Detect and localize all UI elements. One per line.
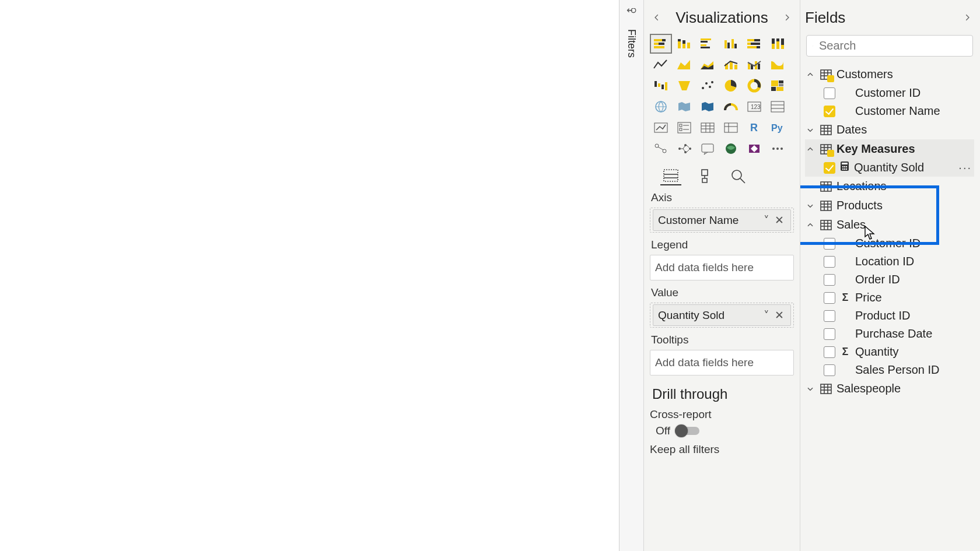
viz-map-icon[interactable] xyxy=(650,97,672,117)
field-sales-salesperson-id[interactable]: Sales Person ID xyxy=(805,361,974,379)
viz-powerapps-icon[interactable] xyxy=(743,139,765,159)
viz-kpi-icon[interactable] xyxy=(650,118,672,138)
table-salespeople[interactable]: Salespeople xyxy=(805,379,974,398)
table-dates[interactable]: Dates xyxy=(805,120,974,139)
viz-stacked-column-icon[interactable] xyxy=(673,34,695,54)
field-more-icon[interactable]: ··· xyxy=(958,161,972,174)
checkbox[interactable] xyxy=(824,238,835,250)
viz-funnel-icon[interactable] xyxy=(673,76,695,96)
chevron-down-icon[interactable] xyxy=(805,126,816,134)
viz-card-icon[interactable]: 123 xyxy=(743,97,765,117)
table-products[interactable]: Products xyxy=(805,196,974,215)
viz-ribbon-icon[interactable] xyxy=(766,55,789,75)
table-locations[interactable]: Locations xyxy=(805,177,974,196)
viz-filled-map-icon[interactable] xyxy=(673,97,695,117)
viz-r-icon[interactable]: R xyxy=(743,118,765,138)
viz-area-icon[interactable] xyxy=(673,55,695,75)
checkbox[interactable] xyxy=(824,292,835,304)
tooltips-well[interactable]: Add data fields here xyxy=(650,350,794,375)
field-sales-purchase-date[interactable]: Purchase Date xyxy=(805,325,974,343)
checkbox[interactable] xyxy=(824,310,835,322)
field-sales-price[interactable]: ΣPrice xyxy=(805,289,974,307)
viz-treemap-icon[interactable] xyxy=(766,76,789,96)
viz-shape-map-icon[interactable] xyxy=(696,97,719,117)
field-customer-name[interactable]: Customer Name xyxy=(805,102,974,120)
analytics-tab-icon[interactable] xyxy=(728,167,749,185)
viz-table-icon[interactable] xyxy=(696,118,719,138)
field-sales-product-id[interactable]: Product ID xyxy=(805,307,974,325)
viz-waterfall-icon[interactable] xyxy=(650,76,672,96)
viz-multirow-card-icon[interactable] xyxy=(766,97,789,117)
field-sales-customer-id[interactable]: Customer ID xyxy=(805,234,974,252)
checkbox[interactable] xyxy=(824,364,835,376)
viz-python-icon[interactable]: Py xyxy=(766,118,789,138)
value-dropdown-icon[interactable]: ˅ xyxy=(760,308,773,322)
viz-decomposition-icon[interactable] xyxy=(673,139,695,159)
viz-more-icon[interactable] xyxy=(766,139,789,159)
chevron-up-icon[interactable] xyxy=(805,221,816,229)
field-customer-id[interactable]: Customer ID xyxy=(805,84,974,102)
filters-rail[interactable]: Filters xyxy=(620,0,644,551)
field-sales-order-id[interactable]: Order ID xyxy=(805,271,974,289)
fields-collapse-icon[interactable] xyxy=(960,10,974,24)
table-icon xyxy=(820,144,832,155)
cross-report-toggle[interactable] xyxy=(676,427,699,435)
visualization-gallery[interactable]: 123 R Py xyxy=(650,34,794,159)
viz-collapse-left-icon[interactable] xyxy=(650,10,664,24)
viz-collapse-right-icon[interactable] xyxy=(780,10,794,24)
chevron-down-icon[interactable] xyxy=(805,183,816,191)
viz-line-clustered-column-icon[interactable] xyxy=(743,55,765,75)
viz-line-icon[interactable] xyxy=(650,55,672,75)
value-remove-icon[interactable]: ✕ xyxy=(773,308,786,322)
field-sales-location-id[interactable]: Location ID xyxy=(805,252,974,271)
viz-stacked-bar-icon[interactable] xyxy=(650,34,672,54)
table-sales[interactable]: Sales xyxy=(805,215,974,234)
table-icon xyxy=(820,384,832,394)
viz-clustered-bar-icon[interactable] xyxy=(696,34,719,54)
axis-well[interactable]: Customer Name ˅ ✕ xyxy=(650,208,794,233)
viz-key-influencers-icon[interactable] xyxy=(650,139,672,159)
chevron-down-icon[interactable] xyxy=(805,202,816,210)
viz-100-stacked-column-icon[interactable] xyxy=(766,34,789,54)
chevron-up-icon[interactable] xyxy=(805,145,816,153)
axis-dropdown-icon[interactable]: ˅ xyxy=(760,213,773,227)
chevron-up-icon[interactable] xyxy=(805,71,816,79)
svg-rect-3 xyxy=(659,43,664,45)
viz-slicer-icon[interactable] xyxy=(673,118,695,138)
checkbox[interactable] xyxy=(824,328,835,340)
chevron-down-icon[interactable] xyxy=(805,385,816,393)
search-input[interactable] xyxy=(819,39,967,52)
viz-gauge-icon[interactable] xyxy=(720,97,742,117)
field-sales-quantity[interactable]: ΣQuantity xyxy=(805,343,974,361)
fields-tab-icon[interactable] xyxy=(660,167,681,185)
svg-rect-19 xyxy=(754,39,760,41)
checkbox[interactable] xyxy=(824,256,835,268)
viz-scatter-icon[interactable] xyxy=(696,76,719,96)
viz-clustered-column-icon[interactable] xyxy=(720,34,742,54)
field-quantity-sold[interactable]: Quantity Sold ··· xyxy=(805,159,974,177)
viz-qa-icon[interactable] xyxy=(696,139,719,159)
checkbox[interactable] xyxy=(824,87,835,99)
report-canvas[interactable] xyxy=(0,0,620,551)
keep-filters-label: Keep all filters xyxy=(650,443,793,456)
svg-point-114 xyxy=(844,166,845,167)
checkbox[interactable] xyxy=(824,346,835,358)
table-customers[interactable]: Customers xyxy=(805,65,974,84)
value-well[interactable]: Quantity Sold ˅ ✕ xyxy=(650,303,794,328)
viz-100-stacked-bar-icon[interactable] xyxy=(743,34,765,54)
legend-well[interactable]: Add data fields here xyxy=(650,255,794,280)
checkbox[interactable] xyxy=(824,274,835,286)
viz-matrix-icon[interactable] xyxy=(720,118,742,138)
checkbox-checked[interactable] xyxy=(824,106,835,117)
viz-arcgis-icon[interactable] xyxy=(720,139,742,159)
viz-pie-icon[interactable] xyxy=(720,76,742,96)
fields-search[interactable] xyxy=(806,35,973,57)
expand-filters-icon[interactable] xyxy=(626,8,637,21)
table-key-measures[interactable]: Key Measures xyxy=(805,139,974,159)
axis-remove-icon[interactable]: ✕ xyxy=(773,213,786,227)
checkbox-checked[interactable] xyxy=(824,162,835,174)
viz-donut-icon[interactable] xyxy=(743,76,765,96)
viz-stacked-area-icon[interactable] xyxy=(696,55,719,75)
format-tab-icon[interactable] xyxy=(694,167,715,185)
viz-line-stacked-column-icon[interactable] xyxy=(720,55,742,75)
